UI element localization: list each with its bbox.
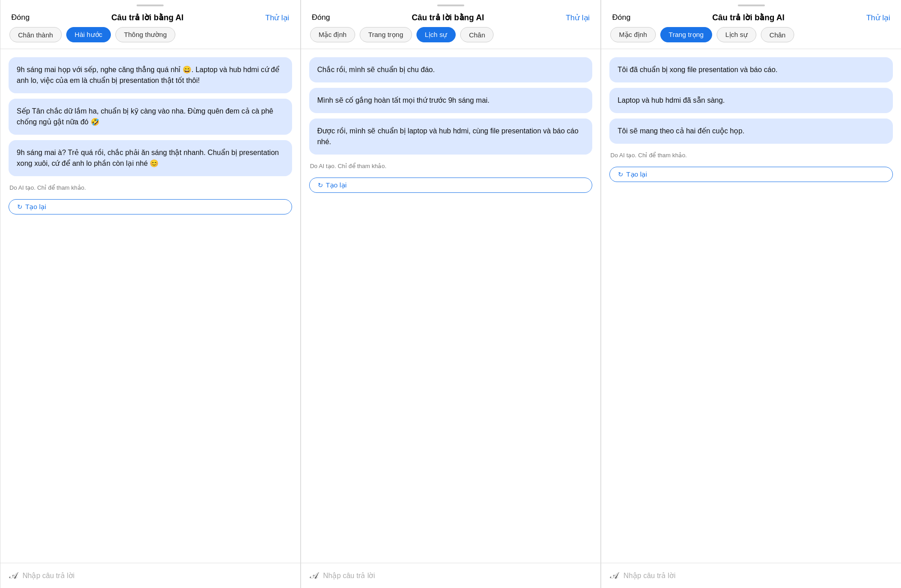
panel-3: Đóng Câu trả lời bằng AI Thử lại Mặc địn… [601, 0, 901, 588]
tone-tabs-1: Chân thành Hài hước Thông thường [0, 27, 300, 49]
close-button-1[interactable]: Đóng [11, 13, 30, 22]
tone-tab-thong-thuong[interactable]: Thông thường [115, 27, 175, 42]
header-3: Đóng Câu trả lời bằng AI Thử lại [601, 8, 901, 27]
tone-tab-mac-dinh-3[interactable]: Mặc định [610, 27, 655, 42]
edit-icon-3: 𝒜 [610, 570, 618, 581]
title-2: Câu trả lời bằng AI [412, 13, 484, 23]
message-1-0: 9h sáng mai họp với sếp, nghe căng thẳng… [9, 57, 292, 93]
panel-2: Đóng Câu trả lời bằng AI Thử lại Mặc địn… [301, 0, 601, 588]
notch-bar-3 [738, 5, 765, 6]
tone-tab-chan-thanh[interactable]: Chân thành [9, 27, 62, 42]
regen-label-2: Tạo lại [326, 181, 347, 189]
notch-2 [301, 0, 601, 8]
messages-area-3: Tôi đã chuẩn bị xong file presentation v… [601, 49, 901, 563]
messages-area-2: Chắc rồi, mình sẽ chuẩn bị chu đáo. Mình… [301, 49, 601, 563]
message-2-1: Mình sẽ cố gắng hoàn tất mọi thứ trước 9… [309, 88, 593, 113]
message-3-1: Laptop và hub hdmi đã sẵn sàng. [609, 88, 893, 113]
message-3-0: Tôi đã chuẩn bị xong file presentation v… [609, 57, 893, 82]
input-area-2[interactable]: 𝒜 Nhập câu trả lời [301, 563, 601, 588]
ai-note-1: Do AI tạo. Chỉ để tham khảo. [9, 184, 292, 191]
message-1-1: Sếp Tân chắc dữ lắm ha, chuẩn bị kỹ càng… [9, 99, 292, 135]
regen-icon-1: ↻ [17, 203, 23, 210]
tone-tab-trang-trong-2[interactable]: Trang trọng [360, 27, 412, 42]
input-area-1[interactable]: 𝒜 Nhập câu trả lời [0, 563, 300, 588]
notch-1 [0, 0, 300, 8]
header-1: Đóng Câu trả lời bằng AI Thử lại [0, 8, 300, 27]
tone-tab-chan-3[interactable]: Chân [761, 27, 794, 42]
regen-button-1[interactable]: ↻ Tạo lại [9, 199, 292, 214]
tone-tabs-3: Mặc định Trang trọng Lịch sự Chân [601, 27, 901, 49]
tone-tab-mac-dinh-2[interactable]: Mặc định [310, 27, 355, 42]
title-3: Câu trả lời bằng AI [712, 13, 784, 23]
tone-tab-chan-2[interactable]: Chân [460, 27, 494, 42]
regen-button-3[interactable]: ↻ Tạo lại [609, 167, 893, 182]
retry-button-3[interactable]: Thử lại [866, 13, 890, 23]
title-1: Câu trả lời bằng AI [111, 13, 183, 23]
regen-label-3: Tạo lại [626, 170, 647, 178]
ai-note-2: Do AI tạo. Chỉ để tham khảo. [310, 163, 593, 169]
tone-tab-hai-huoc[interactable]: Hài hước [66, 27, 111, 42]
close-button-3[interactable]: Đóng [612, 13, 631, 22]
message-2-0: Chắc rồi, mình sẽ chuẩn bị chu đáo. [309, 57, 593, 82]
retry-button-2[interactable]: Thử lại [566, 13, 590, 23]
message-1-2: 9h sáng mai à? Trẻ quá rồi, chắc phải ăn… [9, 140, 292, 176]
tone-tab-trang-trong-3[interactable]: Trang trọng [660, 27, 713, 42]
regen-icon-2: ↻ [318, 182, 323, 189]
retry-button-1[interactable]: Thử lại [265, 13, 289, 23]
edit-icon-1: 𝒜 [9, 570, 17, 581]
notch-bar-2 [437, 5, 464, 6]
regen-button-2[interactable]: ↻ Tạo lại [309, 178, 593, 193]
close-button-2[interactable]: Đóng [312, 13, 330, 22]
edit-icon-2: 𝒜 [310, 570, 318, 581]
message-3-2: Tôi sẽ mang theo cả hai đến cuộc họp. [609, 119, 893, 144]
message-2-2: Được rồi, mình sẽ chuẩn bị laptop và hub… [309, 119, 593, 155]
input-placeholder-2: Nhập câu trả lời [323, 571, 375, 580]
input-area-3[interactable]: 𝒜 Nhập câu trả lời [601, 563, 901, 588]
header-2: Đóng Câu trả lời bằng AI Thử lại [301, 8, 601, 27]
tone-tab-lich-su-2[interactable]: Lịch sự [416, 27, 456, 42]
input-placeholder-3: Nhập câu trả lời [623, 571, 675, 580]
regen-label-1: Tạo lại [25, 203, 46, 211]
tone-tab-lich-su-3[interactable]: Lịch sự [717, 27, 756, 42]
panels-container: Đóng Câu trả lời bằng AI Thử lại Chân th… [0, 0, 901, 588]
notch-bar [137, 5, 164, 6]
regen-icon-3: ↻ [618, 171, 623, 178]
notch-3 [601, 0, 901, 8]
tone-tabs-2: Mặc định Trang trọng Lịch sự Chân [301, 27, 601, 49]
input-placeholder-1: Nhập câu trả lời [23, 571, 74, 580]
messages-area-1: 9h sáng mai họp với sếp, nghe căng thẳng… [0, 49, 300, 563]
ai-note-3: Do AI tạo. Chỉ để tham khảo. [610, 152, 893, 159]
panel-1: Đóng Câu trả lời bằng AI Thử lại Chân th… [0, 0, 301, 588]
